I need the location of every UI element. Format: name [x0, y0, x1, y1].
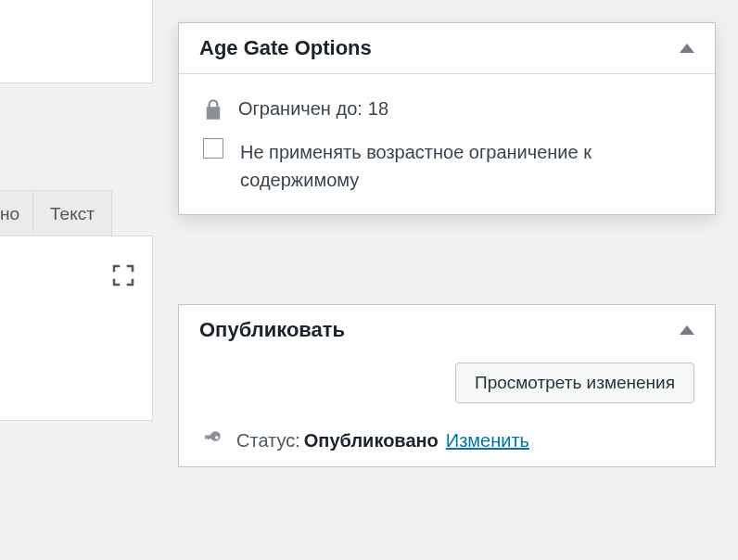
collapse-icon	[680, 44, 694, 53]
age-gate-title: Age Gate Options	[199, 36, 372, 60]
status-label: Статус:	[236, 430, 300, 452]
bypass-label: Не применять возрастное ограничение к со…	[240, 138, 694, 194]
status-value: Опубликовано	[304, 430, 439, 452]
collapse-icon	[680, 325, 694, 335]
tab-text-label: Текст	[50, 204, 95, 224]
tab-visual[interactable]: но	[0, 190, 33, 236]
publish-title: Опубликовать	[199, 318, 345, 342]
publish-postbox: Опубликовать Просмотреть изменения Стату…	[178, 304, 716, 467]
publish-header[interactable]: Опубликовать	[179, 305, 715, 355]
editor-tabs: но Текст	[0, 190, 112, 236]
restricted-value: 18	[368, 98, 388, 120]
tab-visual-label: но	[0, 204, 19, 224]
publish-body: Просмотреть изменения Статус: Опубликова…	[179, 355, 715, 466]
preview-row: Просмотреть изменения	[199, 355, 694, 424]
bypass-checkbox-row[interactable]: Не применять возрастное ограничение к со…	[199, 138, 694, 194]
restricted-label: Ограничен до:	[238, 98, 363, 120]
age-gate-postbox: Age Gate Options Ограничен до: 18 Не при…	[178, 22, 716, 215]
fullscreen-icon[interactable]	[109, 261, 137, 289]
key-icon	[205, 429, 222, 452]
tab-text[interactable]: Текст	[32, 190, 112, 236]
age-gate-body: Ограничен до: 18 Не применять возрастное…	[179, 74, 715, 214]
lock-icon	[205, 99, 222, 120]
bypass-checkbox[interactable]	[203, 138, 223, 159]
status-row: Статус: Опубликовано Изменить	[199, 424, 694, 457]
age-gate-header[interactable]: Age Gate Options	[179, 23, 715, 74]
title-input-box[interactable]	[0, 0, 153, 83]
editor-left-panel: но Текст	[0, 0, 158, 560]
status-edit-link[interactable]: Изменить	[446, 430, 529, 452]
restricted-row: Ограничен до: 18	[199, 98, 694, 120]
preview-changes-button[interactable]: Просмотреть изменения	[455, 363, 694, 403]
